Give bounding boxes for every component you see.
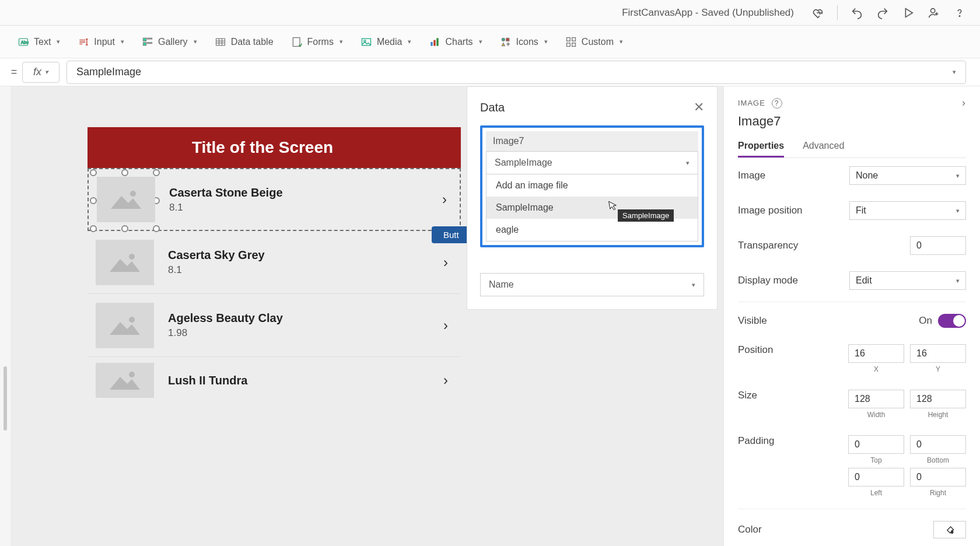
size-height-input[interactable]: 128 [910,390,966,408]
svg-marker-28 [110,377,140,390]
padding-left-input[interactable]: 0 [848,468,904,487]
padding-right-input[interactable]: 0 [910,468,966,487]
padding-top-input[interactable]: 0 [848,435,904,454]
image-placeholder-icon [96,240,154,285]
image-select[interactable]: SampleImage ▾ [486,151,698,174]
help-icon[interactable] [953,6,966,19]
close-icon[interactable]: ✕ [694,100,704,115]
display-mode-dropdown[interactable]: Edit▾ [849,271,966,290]
ribbon-datatable[interactable]: Data table [215,36,274,48]
ribbon-text[interactable]: Abc Text▾ [18,36,60,48]
ribbon-label: Forms [307,37,334,47]
ribbon-icons[interactable]: + Icons▾ [500,36,548,48]
title-bar: FirstCanvasApp - Saved (Unpublished) [0,0,980,26]
image-position-dropdown[interactable]: Fit▾ [849,201,966,220]
svg-text:Abc: Abc [21,40,29,45]
formula-input[interactable]: SampleImage ▾ [66,61,966,84]
share-icon[interactable] [928,6,940,19]
chevron-right-icon[interactable]: › [442,191,447,208]
ribbon-gallery[interactable]: Gallery▾ [142,36,197,48]
redo-icon[interactable] [876,6,889,19]
svg-rect-5 [147,38,152,39]
svg-point-1 [959,15,960,16]
dropdown-option[interactable]: eagle [487,219,698,241]
gallery-card-selected[interactable]: Caserta Stone Beige 8.1 › [88,168,461,231]
paint-bucket-icon [944,524,956,536]
help-badge-icon[interactable]: ? [772,98,782,108]
canvas-button[interactable]: Butt [432,226,471,243]
tab-properties[interactable]: Properties [738,136,784,158]
prop-label: Display mode [738,275,798,286]
ribbon-charts[interactable]: Charts▾ [429,36,482,48]
image-placeholder-icon[interactable] [97,177,155,222]
name-select[interactable]: Name ▾ [480,273,704,296]
ribbon-label: Custom [582,37,614,47]
dropdown-option[interactable]: SampleImage SampleImage [487,197,698,219]
ribbon-media[interactable]: Media▾ [360,36,412,48]
dropdown-option-label: SampleImage [496,202,554,212]
prop-value: None [856,170,878,181]
fx-button[interactable]: fx▾ [22,62,60,83]
chevron-right-icon[interactable]: › [443,254,448,271]
ribbon-forms[interactable]: Forms▾ [291,36,343,48]
image-placeholder-icon [96,303,154,348]
gallery-card[interactable]: Ageless Beauty Clay 1.98 › [88,294,461,357]
control-type-label: IMAGE [738,99,765,107]
svg-rect-10 [362,38,370,46]
image-dropdown[interactable]: None▾ [849,166,966,185]
left-rail[interactable] [0,86,12,546]
formula-value: SampleImage [76,66,141,78]
svg-rect-6 [143,42,146,45]
ribbon-label: Text [34,37,51,47]
properties-panel: IMAGE ? › Image7 Properties Advanced Ima… [723,86,980,546]
name-select-value: Name [489,279,514,290]
equals-label: = [6,66,22,78]
gallery: Caserta Stone Beige 8.1 › Caserta Sky Gr… [88,168,461,404]
formula-expand-icon[interactable]: ▾ [953,68,956,76]
media-icon [360,36,372,48]
visible-toggle[interactable] [938,314,966,328]
chevron-right-icon[interactable]: › [443,317,448,334]
play-icon[interactable] [902,6,915,19]
canvas-area: Title of the Screen Caserta Stone Beige … [12,86,723,546]
data-panel: Data ✕ Image7 SampleImage ▾ Add an image… [467,86,718,310]
card-title: Lush II Tundra [168,374,443,387]
transparency-input[interactable]: 0 [910,236,966,255]
text-icon: Abc [18,36,29,48]
tab-advanced[interactable]: Advanced [803,136,844,158]
chevron-right-icon[interactable]: › [443,372,448,388]
prop-label: Position [738,344,773,356]
screen-header: Title of the Screen [88,127,461,168]
gallery-card[interactable]: Lush II Tundra › [88,357,461,404]
card-sub: 1.98 [168,327,443,339]
size-width-input[interactable]: 128 [848,390,904,408]
visible-state: On [919,315,932,327]
color-swatch[interactable] [933,521,966,538]
charts-icon [429,36,440,48]
gallery-card[interactable]: Caserta Sky Grey 8.1 › [88,231,461,294]
dropdown-option[interactable]: Add an image file [487,174,698,197]
prop-label: Padding [738,435,774,447]
prop-label: Size [738,390,757,401]
card-title: Caserta Sky Grey [168,249,443,262]
position-x-input[interactable]: 16 [848,344,904,363]
rail-handle[interactable] [4,366,7,430]
svg-marker-26 [110,322,140,335]
position-y-input[interactable]: 16 [910,344,966,363]
svg-point-29 [129,372,135,377]
padding-bottom-input[interactable]: 0 [910,435,966,454]
chevron-right-icon[interactable]: › [962,97,966,109]
svg-point-15 [502,38,505,41]
insert-ribbon: Abc Text▾ Input▾ Gallery▾ Data table For… [0,26,980,58]
card-title: Ageless Beauty Clay [168,312,443,325]
health-icon[interactable] [811,6,824,19]
ribbon-custom[interactable]: Custom▾ [565,36,623,48]
svg-rect-21 [572,43,576,46]
formula-bar: = fx▾ SampleImage ▾ [0,58,980,86]
ribbon-input[interactable]: Input▾ [78,36,124,48]
svg-rect-18 [566,37,570,41]
prop-value: 0 [916,240,922,251]
prop-value: Edit [856,275,872,286]
undo-icon[interactable] [850,6,863,19]
svg-rect-4 [143,38,146,41]
